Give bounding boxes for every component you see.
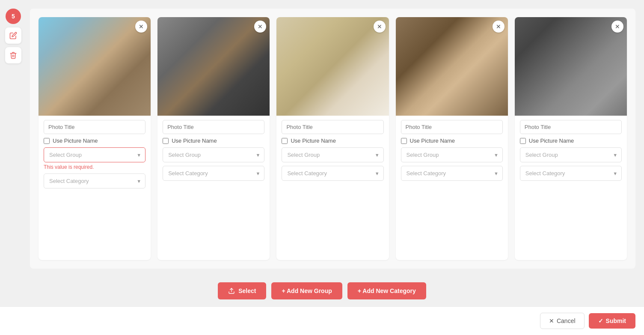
category-select-wrapper: Select Category ▼ — [520, 166, 622, 181]
count-badge: 5 — [6, 9, 21, 24]
select-label: Select — [238, 287, 256, 294]
photo-card-3: ✕ Use Picture Name Select Group ▼ S — [276, 17, 389, 260]
photo-title-input[interactable] — [401, 120, 503, 134]
photo-title-input[interactable] — [44, 120, 145, 134]
submit-button[interactable]: ✓ Submit — [589, 313, 635, 329]
main-content: ✕ Use Picture Name Select Group ▼ This v… — [0, 0, 644, 275]
use-picture-name-label: Use Picture Name — [172, 138, 217, 144]
card-close-button[interactable]: ✕ — [374, 21, 386, 33]
group-select[interactable]: Select Group — [44, 147, 145, 162]
category-select-wrapper: Select Category ▼ — [401, 166, 503, 181]
submit-check-icon: ✓ — [598, 317, 603, 324]
photo-card-2: ✕ Use Picture Name Select Group ▼ S — [157, 17, 270, 260]
submit-label: Submit — [606, 317, 626, 324]
group-select[interactable]: Select Group — [520, 147, 622, 162]
page-wrapper: 5 ✕ — [0, 0, 644, 335]
group-select-wrapper: Select Group ▼ — [282, 147, 383, 162]
group-select[interactable]: Select Group — [163, 147, 264, 162]
card-body: Use Picture Name Select Group ▼ Select C… — [157, 116, 270, 181]
group-select[interactable]: Select Group — [401, 147, 503, 162]
use-picture-name-checkbox[interactable] — [163, 138, 169, 144]
sidebar: 5 — [5, 9, 21, 63]
card-image-wrapper: ✕ — [276, 17, 389, 116]
add-category-label: + Add New Category — [358, 287, 416, 294]
footer-bar: ✕ Cancel ✓ Submit — [0, 306, 644, 335]
category-select[interactable]: Select Category — [44, 173, 145, 188]
add-group-label: + Add New Group — [282, 287, 332, 294]
use-picture-name-checkbox[interactable] — [44, 138, 50, 144]
photo-title-input[interactable] — [163, 120, 264, 134]
use-picture-name-label: Use Picture Name — [410, 138, 455, 144]
card-close-button[interactable]: ✕ — [135, 21, 147, 33]
cancel-label: Cancel — [557, 317, 576, 324]
select-button[interactable]: Select — [218, 282, 266, 299]
photo-title-input[interactable] — [282, 120, 383, 134]
card-image-wrapper: ✕ — [515, 17, 627, 116]
card-image — [396, 17, 508, 116]
cards-area: ✕ Use Picture Name Select Group ▼ This v… — [30, 9, 635, 269]
use-picture-name-checkbox[interactable] — [282, 138, 288, 144]
category-select-wrapper: Select Category ▼ — [44, 173, 145, 188]
card-image — [276, 17, 389, 116]
error-message: This value is required. — [44, 164, 145, 170]
card-image — [39, 17, 151, 116]
card-body: Use Picture Name Select Group ▼ This val… — [39, 116, 151, 188]
delete-button[interactable] — [5, 47, 21, 63]
use-picture-name-row[interactable]: Use Picture Name — [282, 138, 383, 144]
use-picture-name-row[interactable]: Use Picture Name — [520, 138, 622, 144]
card-close-button[interactable]: ✕ — [611, 21, 623, 33]
edit-button[interactable] — [5, 27, 21, 44]
card-image-wrapper: ✕ — [39, 17, 151, 116]
card-image-wrapper: ✕ — [157, 17, 270, 116]
photo-title-input[interactable] — [520, 120, 622, 134]
group-select-wrapper: Select Group ▼ — [163, 147, 264, 162]
card-image — [157, 17, 270, 116]
use-picture-name-label: Use Picture Name — [529, 138, 574, 144]
photo-card-5: ✕ Use Picture Name Select Group ▼ S — [515, 17, 627, 260]
card-image-wrapper: ✕ — [396, 17, 508, 116]
use-picture-name-checkbox[interactable] — [401, 138, 407, 144]
use-picture-name-row[interactable]: Use Picture Name — [163, 138, 264, 144]
group-select-wrapper: Select Group ▼ — [520, 147, 622, 162]
group-select-wrapper: Select Group ▼ — [401, 147, 503, 162]
use-picture-name-checkbox[interactable] — [520, 138, 526, 144]
group-select[interactable]: Select Group — [282, 147, 383, 162]
category-select[interactable]: Select Category — [520, 166, 622, 181]
add-group-button[interactable]: + Add New Group — [271, 282, 342, 299]
category-select[interactable]: Select Category — [401, 166, 503, 181]
photo-card-4: ✕ Use Picture Name Select Group ▼ S — [396, 17, 508, 260]
use-picture-name-row[interactable]: Use Picture Name — [44, 138, 145, 144]
add-category-button[interactable]: + Add New Category — [347, 282, 426, 299]
photo-card-1: ✕ Use Picture Name Select Group ▼ This v… — [39, 17, 151, 260]
category-select[interactable]: Select Category — [282, 166, 383, 181]
card-body: Use Picture Name Select Group ▼ Select C… — [396, 116, 508, 181]
category-select[interactable]: Select Category — [163, 166, 264, 181]
use-picture-name-label: Use Picture Name — [291, 138, 335, 144]
card-body: Use Picture Name Select Group ▼ Select C… — [276, 116, 389, 181]
cancel-button[interactable]: ✕ Cancel — [540, 313, 585, 329]
category-select-wrapper: Select Category ▼ — [163, 166, 264, 181]
card-body: Use Picture Name Select Group ▼ Select C… — [515, 116, 627, 181]
cancel-x-icon: ✕ — [549, 317, 554, 324]
card-image — [515, 17, 627, 116]
use-picture-name-row[interactable]: Use Picture Name — [401, 138, 503, 144]
use-picture-name-label: Use Picture Name — [53, 138, 98, 144]
card-close-button[interactable]: ✕ — [493, 21, 505, 33]
group-select-wrapper: Select Group ▼ — [44, 147, 145, 162]
category-select-wrapper: Select Category ▼ — [282, 166, 383, 181]
action-bar: Select + Add New Group + Add New Categor… — [0, 275, 644, 306]
